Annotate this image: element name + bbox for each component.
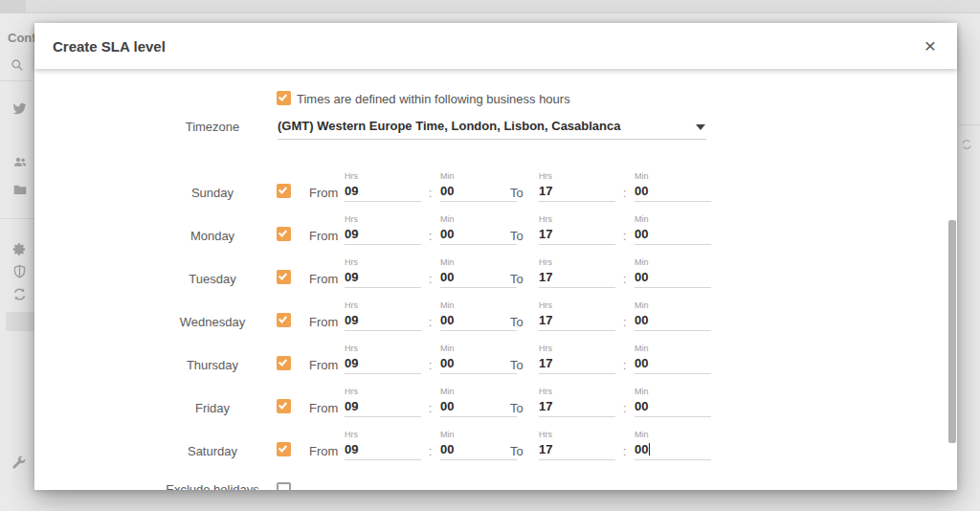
colon-separator: :: [623, 316, 626, 329]
day-checkbox[interactable]: [277, 356, 291, 370]
hrs-caption: Hrs: [345, 387, 358, 396]
from-min-input[interactable]: 00: [440, 399, 517, 417]
checkmark-icon: [278, 92, 287, 100]
to-label: To: [510, 401, 523, 415]
refresh-icon[interactable]: [12, 287, 27, 301]
background-top-bar: [0, 0, 980, 13]
hrs-caption: Hrs: [345, 344, 358, 353]
clipped-row: Exclude holidays: [34, 480, 957, 490]
colon-separator: :: [429, 273, 432, 286]
day-checkbox[interactable]: [277, 442, 291, 456]
from-min-input[interactable]: 00: [440, 227, 517, 245]
from-hrs-input[interactable]: 09: [345, 313, 421, 331]
to-min-input[interactable]: 00: [635, 313, 711, 331]
min-caption: Min: [635, 430, 649, 439]
dialog-body: Times are defined within following busin…: [34, 69, 957, 490]
from-hrs-input[interactable]: 09: [345, 356, 421, 374]
to-hrs-input[interactable]: 17: [539, 356, 615, 374]
shield-icon[interactable]: [12, 264, 27, 278]
clipped-row-checkbox[interactable]: [277, 482, 291, 490]
from-min-input[interactable]: 00: [440, 184, 517, 202]
colon-separator: :: [429, 402, 432, 415]
from-min-input[interactable]: 00: [440, 442, 517, 460]
day-checkbox[interactable]: [277, 270, 291, 284]
min-caption: Min: [440, 387, 455, 396]
day-row: Tuesday From Hrs 09 : Min 00 To Hrs 17 :…: [34, 256, 957, 300]
day-checkbox[interactable]: [277, 313, 291, 327]
to-min-input[interactable]: 00: [635, 356, 711, 374]
to-label: To: [510, 315, 523, 329]
to-min-input[interactable]: 00: [635, 184, 711, 202]
chevron-down-icon[interactable]: [696, 124, 705, 130]
colon-separator: :: [429, 316, 432, 329]
folder-icon[interactable]: [12, 182, 28, 197]
from-label: From: [309, 444, 338, 458]
checkmark-icon: [278, 357, 287, 366]
from-label: From: [309, 229, 338, 243]
from-hrs-input[interactable]: 09: [345, 399, 421, 417]
to-hrs-input[interactable]: 17: [539, 184, 615, 202]
colon-separator: :: [429, 359, 432, 372]
to-label: To: [510, 186, 523, 200]
from-label: From: [309, 315, 338, 329]
to-hrs-input[interactable]: 17: [539, 399, 615, 417]
from-hrs-input[interactable]: 09: [345, 442, 421, 460]
day-checkbox[interactable]: [277, 399, 291, 413]
search-icon[interactable]: [11, 58, 24, 72]
checkmark-icon: [278, 271, 287, 279]
dialog-header: Create SLA level ×: [34, 23, 957, 69]
from-hrs-input[interactable]: 09: [345, 184, 421, 202]
to-hrs-input[interactable]: 17: [539, 270, 615, 288]
close-button[interactable]: ×: [917, 33, 944, 59]
sync-small-icon: [961, 139, 972, 150]
day-row: Thursday From Hrs 09 : Min 00 To Hrs 17 …: [34, 343, 957, 386]
to-hrs-input[interactable]: 17: [539, 313, 615, 331]
create-sla-level-dialog: Create SLA level × Times are defined wit…: [34, 23, 957, 490]
dialog-title: Create SLA level: [53, 38, 166, 55]
colon-separator: :: [623, 402, 626, 415]
gear-icon[interactable]: [12, 242, 27, 256]
day-row: Wednesday From Hrs 09 : Min 00 To Hrs 17…: [34, 300, 957, 343]
twitter-icon[interactable]: [12, 101, 27, 116]
day-checkbox[interactable]: [277, 227, 291, 241]
min-caption: Min: [635, 257, 649, 267]
to-min-input[interactable]: 00: [635, 399, 711, 417]
timezone-select[interactable]: (GMT) Western Europe Time, London, Lisbo…: [278, 119, 706, 140]
from-min-input[interactable]: 00: [440, 270, 517, 288]
hrs-caption: Hrs: [539, 171, 552, 181]
vertical-scrollbar-thumb[interactable]: [948, 220, 956, 443]
screen: Configuration: [0, 0, 980, 511]
min-caption: Min: [440, 300, 455, 310]
day-row: Sunday From Hrs 09 : Min 00 To Hrs 17 : …: [34, 170, 957, 213]
hrs-caption: Hrs: [539, 257, 552, 267]
min-caption: Min: [440, 257, 455, 267]
day-row: Friday From Hrs 09 : Min 00 To Hrs 17 : …: [34, 386, 957, 429]
hrs-caption: Hrs: [539, 430, 552, 439]
from-hrs-input[interactable]: 09: [345, 227, 421, 245]
to-hrs-input[interactable]: 17: [539, 227, 615, 245]
to-min-input[interactable]: 00: [635, 442, 711, 460]
day-row: Saturday From Hrs 09 : Min 00 To Hrs 17 …: [34, 429, 957, 472]
to-min-input[interactable]: 00: [635, 227, 711, 245]
day-row: Monday From Hrs 09 : Min 00 To Hrs 17 : …: [34, 213, 957, 256]
day-checkbox[interactable]: [277, 184, 291, 198]
checkmark-icon: [278, 314, 287, 322]
colon-separator: :: [623, 359, 626, 372]
hrs-caption: Hrs: [345, 171, 358, 181]
to-label: To: [510, 444, 523, 458]
to-min-input[interactable]: 00: [635, 270, 711, 288]
people-icon[interactable]: [12, 154, 28, 169]
checkmark-icon: [278, 228, 287, 236]
from-hrs-input[interactable]: 09: [345, 270, 421, 288]
hrs-caption: Hrs: [539, 214, 552, 224]
from-min-input[interactable]: 00: [440, 313, 517, 331]
colon-separator: :: [623, 230, 626, 243]
min-caption: Min: [440, 171, 455, 181]
wrench-icon[interactable]: [11, 455, 27, 471]
from-min-input[interactable]: 00: [440, 356, 517, 374]
background-right-divider: [959, 124, 980, 125]
min-caption: Min: [440, 214, 455, 224]
to-hrs-input[interactable]: 17: [539, 442, 615, 460]
hrs-caption: Hrs: [345, 257, 358, 267]
business-hours-checkbox[interactable]: [277, 91, 291, 105]
